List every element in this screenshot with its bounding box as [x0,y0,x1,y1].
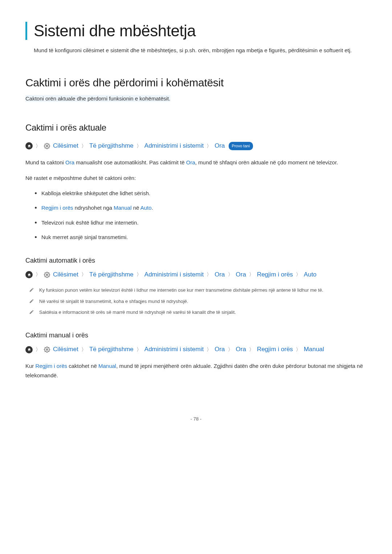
chevron-right-icon: 〉 [207,142,212,151]
chevron-right-icon: 〉 [136,345,142,354]
note: Në varësi të sinjalit të transmetimit, k… [29,298,367,305]
gear-icon[interactable] [44,346,50,353]
svg-point-2 [46,349,48,350]
breadcrumb-link[interactable]: Të përgjithshme [89,344,134,355]
chevron-right-icon: 〉 [207,270,212,279]
paragraph: Kur Regjim i orës caktohet në Manual, mu… [25,361,367,380]
note-text: Saktësia e informacionit të orës së marr… [39,309,236,316]
breadcrumb-link[interactable]: Ora [215,141,225,151]
section-heading-timer: Caktimi i orës dhe përdorimi i kohëmatës… [25,77,367,89]
link-auto[interactable]: Auto [140,205,152,211]
breadcrumb-link[interactable]: Ora [215,344,225,355]
list-item: Regjim i orës ndryshohet nga Manual në A… [35,204,367,212]
note: Saktësia e informacionit të orës së marr… [29,309,367,316]
bullet-list: Kablloja elektrike shkëputet dhe lidhet … [35,189,367,242]
note-text: Në varësi të sinjalit të transmetimit, k… [39,298,188,305]
chevron-right-icon: 〉 [228,270,233,279]
chevron-right-icon: 〉 [136,142,142,151]
section-subtitle: Caktoni orën aktuale dhe përdorni funksi… [25,95,170,102]
breadcrumb-current-time: 〉 Cilësimet 〉 Të përgjithshme 〉 Administ… [25,141,367,151]
section-heading-current-time: Caktimi i orës aktuale [25,123,367,133]
page-number: - 78 - [25,416,367,422]
section-heading-auto: Caktimi automatik i orës [25,257,367,264]
page-intro: Mund të konfiguroni cilësimet e sistemit… [34,46,367,55]
breadcrumb-link[interactable]: Administrimi i sistemit [144,270,204,280]
link-manual[interactable]: Manual [114,205,131,211]
paragraph: Në rastet e mëposhtme duhet të caktoni o… [25,173,367,183]
breadcrumb-link[interactable]: Cilësimet [53,344,78,355]
note-text: Ky funksion punon vetëm kur televizori ë… [39,287,323,294]
breadcrumb-link[interactable]: Administrimi i sistemit [144,141,204,151]
svg-point-0 [46,145,48,147]
breadcrumb-manual: 〉 Cilësimet 〉 Të përgjithshme 〉 Administ… [25,344,367,355]
breadcrumb-link[interactable]: Regjim i orës [257,270,293,280]
chevron-right-icon: 〉 [36,270,41,279]
home-icon[interactable] [25,142,33,149]
page-title: Sistemi dhe mbështetja [25,22,367,40]
list-item: Kablloja elektrike shkëputet dhe lidhet … [35,189,367,198]
chevron-right-icon: 〉 [81,345,86,354]
link-clock-mode[interactable]: Regjim i orës [41,205,73,211]
chevron-right-icon: 〉 [296,345,301,354]
section-heading-manual: Caktimi manual i orës [25,332,367,339]
chevron-right-icon: 〉 [249,270,254,279]
link-ora[interactable]: Ora [65,159,74,165]
chevron-right-icon: 〉 [249,345,254,354]
pencil-icon [29,309,34,315]
paragraph: Mund ta caktoni Ora manualisht ose autom… [25,158,367,167]
pencil-icon [29,287,34,292]
list-item: Nuk merret asnjë sinjal transmetimi. [35,233,367,242]
breadcrumb-link[interactable]: Manual [304,344,324,355]
breadcrumb-link[interactable]: Ora [236,344,246,355]
pencil-icon [29,299,34,304]
gear-icon[interactable] [44,143,50,149]
breadcrumb-link[interactable]: Të përgjithshme [89,141,134,151]
breadcrumb-link[interactable]: Ora [215,270,225,280]
chevron-right-icon: 〉 [296,270,301,279]
chevron-right-icon: 〉 [36,142,41,151]
chevron-right-icon: 〉 [136,270,142,279]
breadcrumb-link[interactable]: Administrimi i sistemit [144,344,204,355]
breadcrumb-link[interactable]: Cilësimet [53,270,78,280]
svg-point-1 [46,274,48,275]
chevron-right-icon: 〉 [228,345,233,354]
breadcrumb-link[interactable]: Regjim i orës [257,344,293,355]
link-clock-mode[interactable]: Regjim i orës [36,363,68,369]
chevron-right-icon: 〉 [81,142,86,151]
breadcrumb-auto: 〉 Cilësimet 〉 Të përgjithshme 〉 Administ… [25,270,367,280]
link-manual[interactable]: Manual [98,363,116,369]
breadcrumb-link[interactable]: Ora [236,270,246,280]
note: Ky funksion punon vetëm kur televizori ë… [29,287,367,294]
chevron-right-icon: 〉 [36,345,41,354]
breadcrumb-link[interactable]: Auto [304,270,317,280]
breadcrumb-link[interactable]: Cilësimet [53,141,78,151]
home-icon[interactable] [25,346,33,353]
gear-icon[interactable] [44,271,50,278]
link-ora[interactable]: Ora [186,159,195,165]
breadcrumb-link[interactable]: Të përgjithshme [89,270,134,280]
home-icon[interactable] [25,271,33,278]
try-now-badge[interactable]: Provo tani [229,142,253,150]
chevron-right-icon: 〉 [81,270,86,279]
list-item: Televizori nuk është lidhur me interneti… [35,219,367,227]
chevron-right-icon: 〉 [207,345,212,354]
